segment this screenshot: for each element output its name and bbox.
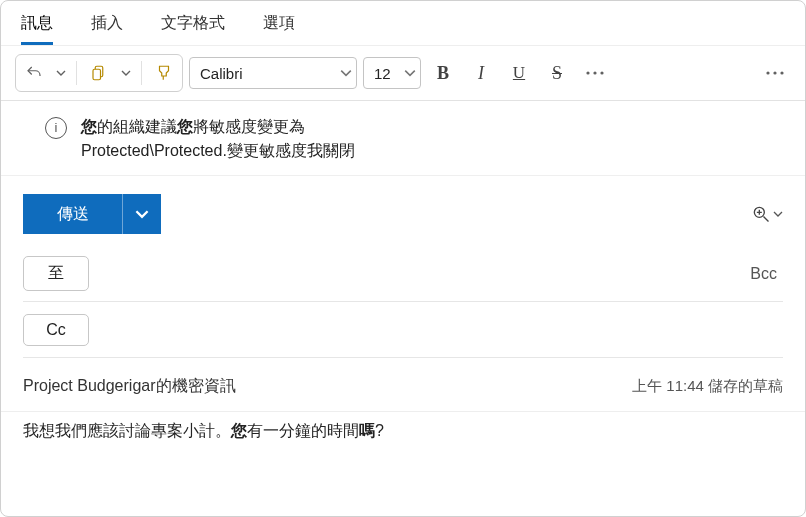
info-icon: i — [45, 117, 67, 139]
svg-point-6 — [773, 71, 776, 74]
magnifier-plus-icon — [751, 204, 771, 224]
svg-point-7 — [780, 71, 783, 74]
svg-point-5 — [766, 71, 769, 74]
tab-text-format[interactable]: 文字格式 — [161, 9, 225, 45]
send-split-button: 傳送 — [23, 194, 161, 234]
paste-button[interactable] — [83, 57, 115, 89]
recipients-section: 至 Bcc Cc — [1, 246, 805, 358]
svg-point-3 — [593, 71, 596, 74]
to-input[interactable] — [107, 261, 726, 286]
formatting-toolbar: Calibri 12 B I U S — [1, 45, 805, 101]
ribbon-tabs: 訊息 插入 文字格式 選項 — [1, 1, 805, 45]
sensitivity-info-text: 您的組織建議您將敏感度變更為 Protected\Protected.變更敏感度… — [81, 115, 355, 163]
tab-message[interactable]: 訊息 — [21, 9, 53, 45]
cc-button[interactable]: Cc — [23, 314, 89, 346]
chevron-down-icon — [404, 67, 416, 79]
paste-dropdown[interactable] — [117, 57, 135, 89]
format-painter-button[interactable] — [148, 57, 180, 89]
font-name-select[interactable]: Calibri — [189, 57, 357, 89]
message-body[interactable]: 我想我們應該討論專案小計。您有一分鐘的時間嗎? — [1, 411, 805, 450]
toolbar-overflow-button[interactable] — [759, 57, 791, 89]
cc-input[interactable] — [107, 317, 783, 342]
zoom-control[interactable] — [751, 204, 783, 224]
font-size-select[interactable]: 12 — [363, 57, 421, 89]
to-button[interactable]: 至 — [23, 256, 89, 291]
bold-button[interactable]: B — [427, 57, 459, 89]
bcc-toggle[interactable]: Bcc — [744, 265, 783, 283]
more-formatting-button[interactable] — [579, 57, 611, 89]
undo-dropdown[interactable] — [52, 57, 70, 89]
strikethrough-button[interactable]: S — [541, 57, 573, 89]
svg-point-2 — [586, 71, 589, 74]
svg-point-4 — [600, 71, 603, 74]
undo-button[interactable] — [18, 57, 50, 89]
divider — [76, 61, 77, 85]
send-button[interactable]: 傳送 — [23, 194, 123, 234]
send-options-dropdown[interactable] — [123, 194, 161, 234]
draft-saved-label: 上午 11:44 儲存的草稿 — [632, 377, 783, 396]
cc-row: Cc — [23, 302, 783, 358]
italic-button[interactable]: I — [465, 57, 497, 89]
sensitivity-info-bar: i 您的組織建議您將敏感度變更為 Protected\Protected.變更敏… — [1, 101, 805, 176]
to-row: 至 Bcc — [23, 246, 783, 302]
chevron-down-icon — [773, 209, 783, 219]
divider — [141, 61, 142, 85]
subject-row: Project Budgerigar的機密資訊 上午 11:44 儲存的草稿 — [1, 358, 805, 411]
subject-text[interactable]: Project Budgerigar的機密資訊 — [23, 376, 236, 397]
svg-rect-1 — [93, 69, 101, 80]
tab-options[interactable]: 選項 — [263, 9, 295, 45]
undo-clipboard-group — [15, 54, 183, 92]
svg-line-9 — [764, 217, 769, 222]
send-bar: 傳送 — [1, 176, 805, 246]
font-size-value: 12 — [374, 65, 391, 82]
chevron-down-icon — [340, 67, 352, 79]
underline-button[interactable]: U — [503, 57, 535, 89]
font-name-value: Calibri — [200, 65, 243, 82]
tab-insert[interactable]: 插入 — [91, 9, 123, 45]
